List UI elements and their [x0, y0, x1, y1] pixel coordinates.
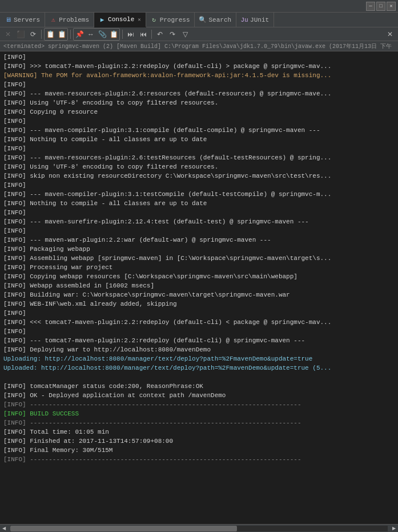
tab-search-label: Search	[208, 17, 231, 23]
console-status-text: <terminated> springmvc-maven (2) [Maven …	[3, 42, 392, 50]
console-line: [INFO]	[0, 144, 398, 153]
console-line: [INFO] Copying webapp resources [C:\Work…	[0, 272, 398, 281]
console-line: [INFO] Assembling webapp [springmvc-mave…	[0, 254, 398, 263]
copy-button[interactable]: 📋	[45, 29, 56, 40]
toolbar-separator-1	[41, 30, 42, 39]
console-line: [INFO]	[0, 309, 398, 318]
console-icon: ▶	[99, 16, 106, 23]
console-line: [INFO] --- maven-war-plugin:2.2:war (def…	[0, 235, 398, 245]
console-line: Uploading: http://localhost:8080/manager…	[0, 354, 398, 363]
console-line: [INFO] ---------------------------------…	[0, 400, 398, 409]
console-line: [INFO] Nothing to compile - all classes …	[0, 135, 398, 144]
open-console-button[interactable]: 📋	[108, 29, 119, 40]
console-line: [INFO] skip non existing resourceDirecto…	[0, 171, 398, 181]
servers-icon: 🖥	[5, 17, 11, 23]
tab-console[interactable]: ▶ Console ✕	[94, 13, 146, 27]
console-line: [INFO] Building war: C:\Workspace\spring…	[0, 290, 398, 299]
console-line: [INFO]	[0, 208, 398, 217]
toolbar-separator-4	[151, 30, 152, 39]
copy-group: 📋 📋	[44, 28, 68, 41]
progress-icon: ↻	[151, 17, 158, 23]
console-line: [INFO]	[0, 117, 398, 126]
console-header: <terminated> springmvc-maven (2) [Maven …	[0, 41, 398, 51]
console-line: [INFO] Packaging webapp	[0, 245, 398, 254]
console-line: [INFO] BUILD SUCCESS	[0, 409, 398, 418]
console-line: [INFO] Processing war project	[0, 263, 398, 272]
console-line: Uploaded: http://localhost:8080/manager/…	[0, 363, 398, 373]
console-line: [INFO] Final Memory: 30M/515M	[0, 446, 398, 455]
console-line: [WARNING] The POM for avalon-framework:a…	[0, 71, 398, 80]
console-line: [INFO]	[0, 226, 398, 235]
console-line: [INFO]	[0, 80, 398, 89]
tab-junit[interactable]: Ju JUnit	[236, 13, 274, 27]
close-view-button[interactable]: ✕	[384, 29, 396, 40]
close-button[interactable]: ✕	[387, 2, 396, 11]
console-line: [INFO] --- maven-resources-plugin:2.6:re…	[0, 89, 398, 98]
scroll-lock-button[interactable]: 📌	[74, 29, 85, 40]
console-line: [INFO] WEB-INF\web.xml already added, sk…	[0, 299, 398, 309]
maximize-button[interactable]: □	[376, 2, 385, 11]
title-bar-right: ─ □ ✕	[366, 2, 396, 11]
console-line: [INFO] OK - Deployed application at cont…	[0, 391, 398, 400]
title-bar: ─ □ ✕	[0, 0, 398, 13]
console-line: [INFO] >>> tomcat7-maven-plugin:2.2:rede…	[0, 62, 398, 71]
minimize-button[interactable]: ─	[366, 2, 375, 11]
tab-problems-label: Problems	[59, 17, 89, 23]
console-line: [INFO]	[0, 327, 398, 336]
tab-servers-label: Servers	[14, 17, 40, 23]
junit-icon: Ju	[241, 17, 248, 23]
word-wrap-button[interactable]: ↔	[85, 29, 97, 40]
clear-button[interactable]: ✕	[2, 29, 14, 40]
console-line: [INFO] --- maven-compiler-plugin:3.1:com…	[0, 126, 398, 135]
console-line: [INFO] Finished at: 2017-11-13T14:57:09+…	[0, 437, 398, 446]
horizontal-scrollbar[interactable]: ◀ ▶	[0, 524, 398, 532]
tab-progress-label: Progress	[160, 17, 190, 23]
console-line: [INFO] Nothing to compile - all classes …	[0, 199, 398, 208]
console-line: [INFO] Using 'UTF-8' encoding to copy fi…	[0, 162, 398, 171]
console-line: [INFO]	[0, 181, 398, 190]
toolbar-separator-3	[122, 30, 123, 39]
tab-search[interactable]: 🔍 Search	[195, 13, 236, 27]
tab-bar: 🖥 Servers ⚠ Problems ▶ Console ✕ ↻ Progr…	[0, 13, 398, 27]
stop-button[interactable]: ⬛	[15, 29, 26, 40]
console-line: [INFO] <<< tomcat7-maven-plugin:2.2:rede…	[0, 318, 398, 327]
console-line: [INFO] --- maven-compiler-plugin:3.1:tes…	[0, 190, 398, 199]
console-line: [INFO] tomcatManager status code:200, Re…	[0, 382, 398, 391]
console-line: [INFO] Using 'UTF-8' encoding to copy fi…	[0, 98, 398, 107]
back-button[interactable]: ↷	[167, 29, 178, 40]
pin-console-button[interactable]: 📎	[97, 29, 108, 40]
console-line: [INFO]	[0, 53, 398, 62]
scroll-right-button[interactable]: ▶	[390, 525, 398, 533]
console-area[interactable]: [INFO][INFO] >>> tomcat7-maven-plugin:2.…	[0, 51, 398, 524]
console-close-icon[interactable]: ✕	[138, 17, 140, 23]
scrollbar-track[interactable]	[10, 526, 388, 531]
console-line: [INFO] Copying 0 resource	[0, 107, 398, 117]
tab-progress[interactable]: ↻ Progress	[146, 13, 195, 27]
console-line: [INFO] ---------------------------------…	[0, 418, 398, 427]
console-line: [INFO] --- maven-resources-plugin:2.6:te…	[0, 153, 398, 162]
tab-problems[interactable]: ⚠ Problems	[45, 13, 94, 27]
nav-group: 📌 ↔ 📎 📋	[73, 28, 120, 41]
paste-button[interactable]: 📋	[56, 29, 67, 40]
tab-junit-label: JUnit	[250, 17, 269, 23]
scrollbar-thumb[interactable]	[10, 526, 237, 531]
console-line: [INFO] Deploying war to http://localhost…	[0, 345, 398, 354]
scroll-left-button[interactable]: ◀	[0, 525, 8, 533]
goto-button[interactable]: ↶	[154, 29, 166, 40]
next-error-button[interactable]: ⏭	[125, 29, 136, 40]
console-line: [INFO] ---------------------------------…	[0, 455, 398, 464]
console-line: [INFO] --- maven-surefire-plugin:2.12.4:…	[0, 217, 398, 226]
console-line: [INFO] Webapp assembled in [16002 msecs]	[0, 281, 398, 290]
run-button[interactable]: ⟳	[27, 29, 39, 40]
search-icon: 🔍	[199, 17, 206, 23]
problems-icon: ⚠	[50, 17, 57, 23]
tab-servers[interactable]: 🖥 Servers	[0, 13, 45, 27]
console-line	[0, 373, 398, 382]
console-line: [INFO] Total time: 01:05 min	[0, 427, 398, 437]
tab-console-label: Console	[108, 16, 134, 23]
prev-error-button[interactable]: ⏮	[138, 29, 149, 40]
toolbar-separator-2	[70, 30, 71, 39]
menu-button[interactable]: ▽	[179, 29, 191, 40]
console-line: [INFO] --- tomcat7-maven-plugin:2.2:rede…	[0, 336, 398, 345]
toolbar: ✕ ⬛ ⟳ 📋 📋 📌 ↔ 📎 📋 ⏭ ⏮ ↶ ↷ ▽ ✕	[0, 27, 398, 41]
